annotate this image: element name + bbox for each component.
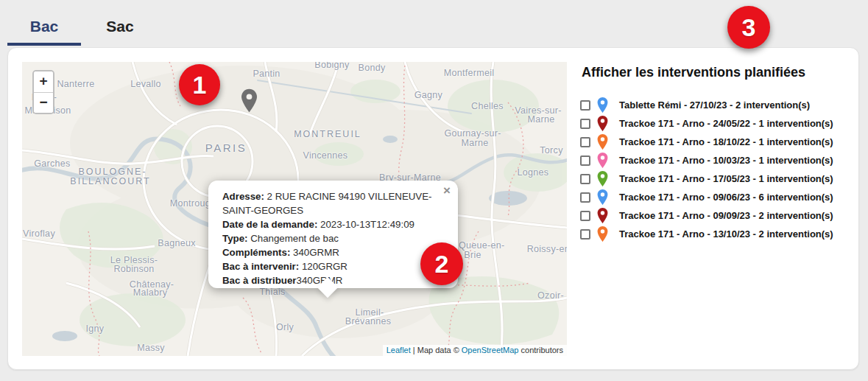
intervention-row[interactable]: Trackoe 171 - Arno - 09/09/23 - 2 interv… [580, 208, 833, 223]
intervention-label: Trackoe 171 - Arno - 13/10/23 - 2 interv… [619, 228, 833, 240]
popup-field-label: Bac à intervenir: [222, 261, 299, 272]
map-place-label: PARIS [205, 141, 247, 154]
intervention-checkbox[interactable] [580, 100, 590, 111]
map-place-label: Igny [86, 324, 105, 334]
map-place-label: MONTREUIL [294, 129, 361, 139]
map-place-label: Bobigny [314, 62, 349, 70]
intervention-row[interactable]: Trackoe 171 - Arno - 17/05/23 - 1 interv… [580, 171, 833, 186]
popup-close-button[interactable]: × [443, 184, 451, 197]
map-place-label: Vincennes [303, 150, 348, 161]
map-place-label: Thiais [259, 287, 285, 297]
map-place-label: Orly [276, 322, 294, 332]
popup-field: Type: Changement de bac [222, 231, 440, 245]
map-place-label: Lognes [518, 167, 549, 178]
intervention-row[interactable]: Trackoe 171 - Arno - 24/05/22 - 1 interv… [580, 116, 833, 131]
map-place-label: Massy [137, 343, 165, 353]
map-popup: × Adresse: 2 RUE RACINE 94190 VILLENEUVE… [208, 181, 458, 288]
attribution-text: | Map data © [411, 346, 462, 354]
leaflet-link[interactable]: Leaflet [387, 346, 411, 354]
map-pin-icon [597, 134, 608, 150]
popup-field-label: Adresse: [222, 191, 264, 202]
popup-field: Bac à intervenir: 120GRGR [222, 259, 440, 273]
popup-field-label: Type: [222, 233, 247, 244]
popup-field-value: Changement de bac [247, 233, 338, 244]
popup-content: Adresse: 2 RUE RACINE 94190 VILLENEUVE-S… [222, 189, 440, 287]
intervention-row[interactable]: Trackoe 171 - Arno - 18/10/22 - 1 interv… [580, 134, 833, 150]
map-place-label: Gagny [414, 90, 442, 100]
intervention-checkbox[interactable] [580, 137, 590, 147]
map-pin-icon [597, 97, 608, 113]
popup-field-label: Date de la demande: [222, 219, 317, 230]
map-place-label: Montfermeil [444, 68, 495, 78]
map-place-label: Ozoir- [537, 290, 564, 301]
map-pin-icon [597, 153, 608, 168]
zoom-in-button[interactable]: + [34, 71, 53, 92]
intervention-row[interactable]: Trackoe 171 - Arno - 09/06/23 - 6 interv… [580, 189, 833, 205]
map-pin-icon [597, 171, 608, 186]
attribution-suffix: contributors [518, 346, 563, 354]
map-place-label: Marne [528, 114, 555, 125]
map-place-label: BILLANCOURT [70, 176, 150, 186]
intervention-checkbox[interactable] [580, 155, 590, 166]
annotation-badge-2: 2 [420, 242, 463, 285]
openstreetmap-link[interactable]: OpenStreetMap [462, 346, 519, 354]
popup-field-value: 340GRMR [290, 247, 339, 258]
intervention-label: Trackoe 171 - Arno - 17/05/23 - 1 interv… [619, 173, 833, 184]
popup-field-value: 120GRGR [299, 261, 347, 272]
map-place-label: Marne [462, 138, 489, 148]
intervention-checkbox[interactable] [580, 119, 590, 129]
map-pin-icon [597, 226, 608, 242]
popup-field: Adresse: 2 RUE RACINE 94190 VILLENEUVE-S… [222, 189, 440, 217]
popup-field-label: Bac à distribuer [222, 275, 297, 286]
intervention-checkbox[interactable] [580, 174, 590, 184]
intervention-row[interactable]: Trackoe 171 - Arno - 13/10/23 - 2 interv… [580, 226, 833, 242]
intervention-label: Trackoe 171 - Arno - 24/05/22 - 1 interv… [619, 118, 833, 129]
intervention-row[interactable]: Trackoe 171 - Arno - 10/03/23 - 1 interv… [580, 153, 833, 168]
map-place-label: Roissy-en- [527, 244, 567, 254]
intervention-checkbox[interactable] [580, 192, 590, 203]
annotation-badge-1: 1 [179, 64, 220, 105]
map-place-label: Malabry [133, 287, 168, 298]
map-place-label: Robinson [113, 264, 154, 274]
map-place-label: Bondy [359, 63, 386, 73]
map-place-label: Brie [464, 250, 481, 260]
map-place-label: Brévannes [345, 316, 391, 326]
map-place-label: Nanterre [57, 79, 94, 89]
intervention-label: Trackoe 171 - Arno - 18/10/22 - 1 interv… [619, 136, 833, 147]
active-tab-indicator [7, 43, 81, 46]
intervention-checkbox[interactable] [580, 229, 590, 240]
map-place-label: Pantin [253, 69, 280, 79]
map-place-label: Levallo [130, 79, 161, 89]
map-marker-icon[interactable] [241, 88, 257, 113]
tab-sac[interactable]: Sac [81, 10, 159, 43]
popup-field: Date de la demande: 2023-10-13T12:49:09 [222, 217, 440, 231]
map-place-label: Garches [34, 158, 70, 169]
map-place-label: Gournay-sur- [444, 128, 501, 139]
annotation-badge-3: 3 [727, 6, 770, 49]
map-attribution: Leaflet | Map data © OpenStreetMap contr… [383, 345, 567, 356]
panel-title: Afficher les interventions planifiées [582, 65, 805, 80]
popup-field-label: Compléments: [222, 247, 290, 258]
map-place-label: Viroflay [23, 228, 55, 239]
intervention-label: Trackoe 171 - Arno - 09/06/23 - 6 interv… [619, 192, 833, 203]
popup-field-value: 2023-10-13T12:49:09 [317, 219, 414, 230]
intervention-label: Trackoe 171 - Arno - 09/09/23 - 2 interv… [619, 210, 833, 221]
popup-field: Compléments: 340GRMR [222, 245, 440, 259]
intervention-label: Tablette Rémi - 27/10/23 - 2 interventio… [619, 99, 810, 111]
map[interactable]: BobignyBondyPantinMontfermeilNanterreLev… [22, 62, 567, 356]
map-pin-icon [597, 208, 608, 223]
map-place-label: BOULOGNE- [78, 167, 147, 177]
intervention-label: Trackoe 171 - Arno - 10/03/23 - 1 interv… [619, 155, 833, 166]
zoom-out-button[interactable]: − [34, 92, 53, 113]
interventions-list: Tablette Rémi - 27/10/23 - 2 interventio… [580, 97, 833, 242]
map-pin-icon [597, 116, 608, 131]
intervention-checkbox[interactable] [580, 211, 590, 221]
tab-bac[interactable]: Bac [7, 10, 81, 43]
intervention-row[interactable]: Tablette Rémi - 27/10/23 - 2 interventio… [580, 97, 833, 113]
map-zoom-control: + − [32, 70, 54, 114]
map-place-label: Bagneux [158, 238, 195, 248]
map-place-label: Torcy [540, 145, 562, 155]
map-pin-icon [597, 189, 608, 205]
map-place-label: Chelles [471, 101, 504, 111]
